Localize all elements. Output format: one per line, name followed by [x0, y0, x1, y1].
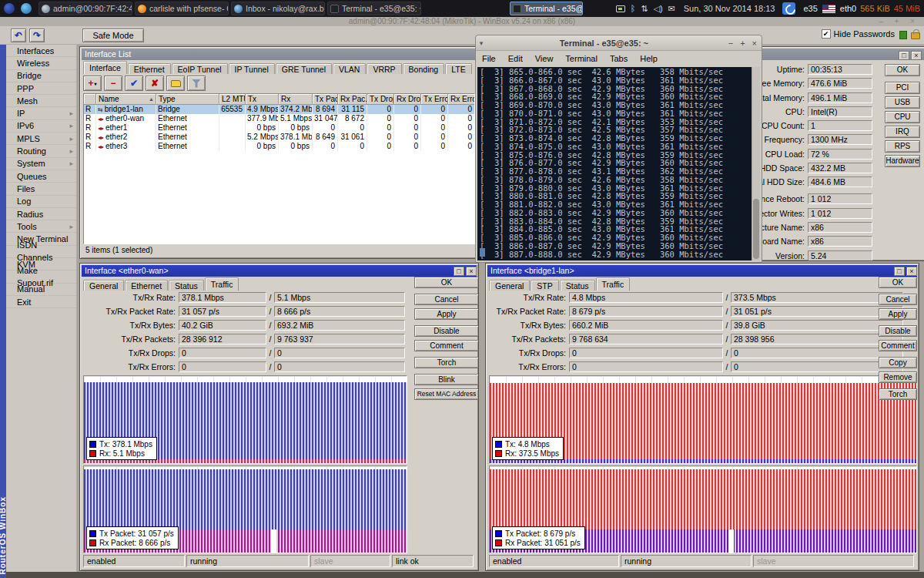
- table-row[interactable]: R ⇆bridge1-lan Bridge 65535 4.9 Mbps 374…: [84, 105, 474, 114]
- maximize-icon[interactable]: □: [899, 51, 909, 60]
- table-row[interactable]: R ◂▸ether1 Ethernet 0 bps 0 bps 0 0 0 0 …: [84, 123, 474, 133]
- ether0-titlebar[interactable]: Interface <ether0-wan> □ ×: [82, 265, 477, 277]
- resources-button[interactable]: OK: [885, 64, 920, 76]
- rx-value[interactable]: 693.2 MiB: [274, 320, 405, 331]
- column-header[interactable]: Rx Errors ▲: [448, 94, 475, 105]
- field-value[interactable]: 72 %: [808, 149, 872, 160]
- us-flag-keyboard-icon[interactable]: [822, 5, 835, 13]
- window-button[interactable]: Torch: [879, 388, 917, 400]
- messenger-launcher-icon[interactable]: [21, 3, 32, 14]
- undo-button[interactable]: ↶: [11, 29, 26, 42]
- window-button[interactable]: Cancel: [414, 294, 479, 305]
- window-button[interactable]: Reset MAC Address: [414, 388, 479, 400]
- terminal-scrollbar[interactable]: [752, 67, 760, 260]
- disable-button[interactable]: ✘: [146, 76, 164, 91]
- mail-notify-icon[interactable]: ✉: [668, 4, 675, 14]
- sidebar-item[interactable]: Bridge ▸: [6, 70, 76, 82]
- resources-button[interactable]: IRQ: [885, 126, 920, 138]
- rx-value[interactable]: 9 763 937: [274, 334, 405, 344]
- minimize-icon[interactable]: −: [728, 39, 733, 48]
- column-header[interactable]: L2 MTU ▲: [219, 94, 246, 105]
- interface-list-titlebar[interactable]: Interface List: [82, 49, 477, 60]
- field-value[interactable]: 496.1 MiB: [808, 92, 872, 103]
- terminal-menu-item[interactable]: View: [529, 54, 560, 63]
- bridge1-titlebar[interactable]: Interface <bridge1-lan> □ ×: [487, 265, 917, 277]
- ether0-tab[interactable]: Traffic: [205, 277, 239, 291]
- tx-value[interactable]: 660.2 MiB: [569, 320, 723, 331]
- field-value[interactable]: 1 012: [808, 193, 872, 204]
- taskbar-window-button[interactable]: Inbox - nikolay@rax.bg - ...: [231, 2, 325, 15]
- tx-value[interactable]: 9 768 634: [569, 334, 723, 344]
- window-button[interactable]: Cancel: [879, 294, 917, 305]
- sidebar-item[interactable]: Log ▸: [6, 196, 76, 208]
- interface-list-tab[interactable]: LTE: [445, 63, 471, 74]
- field-value[interactable]: 5.24: [808, 250, 872, 261]
- terminal-menu-item[interactable]: File: [476, 54, 502, 63]
- table-row[interactable]: R ◂▸ether0-wan Ethernet 377.9 Mb... 5.1 …: [84, 114, 474, 123]
- sidebar-item[interactable]: System ▸: [6, 158, 76, 170]
- field-value[interactable]: 476.6 MiB: [808, 78, 872, 89]
- tx-value[interactable]: 8 679 p/s: [569, 306, 723, 317]
- sidebar-item[interactable]: Interfaces ▸: [6, 45, 76, 57]
- tx-value[interactable]: 4.8 Mbps: [569, 292, 723, 303]
- window-button[interactable]: Blink: [414, 374, 479, 385]
- tx-value[interactable]: 378.1 Mbps: [179, 292, 266, 303]
- column-header[interactable]: Tx Pac... ▲: [313, 94, 338, 105]
- window-button[interactable]: Disable: [879, 325, 917, 337]
- resources-button[interactable]: USB: [885, 96, 920, 109]
- close-icon[interactable]: ×: [752, 39, 757, 48]
- column-header[interactable]: Rx ▲: [279, 94, 313, 105]
- bridge1-tab[interactable]: Status: [560, 280, 595, 291]
- tx-value[interactable]: 28 396 912: [179, 334, 266, 344]
- sidebar-item[interactable]: MPLS ▸: [6, 133, 76, 145]
- window-button[interactable]: Disable: [414, 325, 479, 337]
- rx-value[interactable]: 0: [274, 348, 405, 358]
- interface-list-tab[interactable]: VLAN: [333, 63, 366, 74]
- field-value[interactable]: 00:35:13: [808, 64, 872, 75]
- maximize-icon[interactable]: +: [740, 39, 745, 48]
- close-icon[interactable]: ×: [906, 267, 917, 276]
- sidebar-item[interactable]: Make Supout.rif ▸: [6, 271, 76, 283]
- rx-value[interactable]: 0: [274, 361, 405, 372]
- winbox-window-controls[interactable]: ‒ + ×: [879, 17, 919, 25]
- column-header[interactable]: Rx Drops ▲: [394, 94, 421, 105]
- resources-button[interactable]: RPS: [885, 140, 920, 153]
- field-value[interactable]: Intel(R): [808, 106, 872, 117]
- field-value[interactable]: 432.2 MB: [808, 163, 872, 173]
- window-button[interactable]: Apply: [414, 308, 479, 320]
- window-button[interactable]: Apply: [879, 308, 917, 320]
- hide-passwords-toggle[interactable]: ✔ Hide Passwords: [822, 29, 895, 39]
- window-button[interactable]: OK: [879, 277, 917, 288]
- interface-list-tab[interactable]: EoIP Tunnel: [172, 63, 228, 74]
- updown-traffic-icon[interactable]: ⇅: [641, 4, 648, 14]
- tx-value[interactable]: 40.2 GiB: [179, 320, 266, 331]
- window-menu-icon[interactable]: ▾: [476, 39, 487, 47]
- terminal-menu-item[interactable]: Help: [634, 54, 664, 63]
- tx-value[interactable]: 0: [569, 361, 723, 372]
- sidebar-item[interactable]: IP ▸: [6, 107, 76, 119]
- sidebar-item[interactable]: Mesh ▸: [6, 95, 76, 107]
- sidebar-item[interactable]: Tools ▸: [6, 220, 76, 233]
- resources-button[interactable]: Hardware: [885, 155, 920, 167]
- window-button[interactable]: Torch: [414, 357, 479, 368]
- resources-button[interactable]: PCI: [885, 82, 920, 94]
- sidebar-item[interactable]: Exit ▸: [6, 296, 76, 308]
- filter-button[interactable]: [187, 76, 206, 91]
- column-header[interactable]: Type ▲: [156, 94, 219, 105]
- terminal-menu-item[interactable]: Tabs: [604, 54, 634, 63]
- interface-list-tab[interactable]: Bonding: [403, 63, 445, 74]
- maximize-icon[interactable]: □: [894, 267, 905, 276]
- field-value[interactable]: 1300 MHz: [808, 134, 872, 145]
- sidebar-item[interactable]: Radius ▸: [6, 208, 76, 220]
- field-value[interactable]: 484.6 MB: [808, 176, 872, 187]
- sidebar-item[interactable]: Wireless ▸: [6, 57, 76, 69]
- column-header[interactable]: Name ▲: [96, 94, 156, 105]
- bridge1-tab[interactable]: General: [489, 280, 530, 291]
- enable-button[interactable]: ✔: [125, 76, 143, 91]
- tx-value[interactable]: 0: [179, 348, 266, 358]
- rx-value[interactable]: 8 666 p/s: [274, 306, 405, 317]
- window-button[interactable]: Copy: [879, 357, 917, 368]
- rx-value[interactable]: 373.5 Mbps: [731, 292, 903, 303]
- redo-button[interactable]: ↷: [29, 29, 45, 42]
- ether0-tab[interactable]: Status: [169, 280, 204, 291]
